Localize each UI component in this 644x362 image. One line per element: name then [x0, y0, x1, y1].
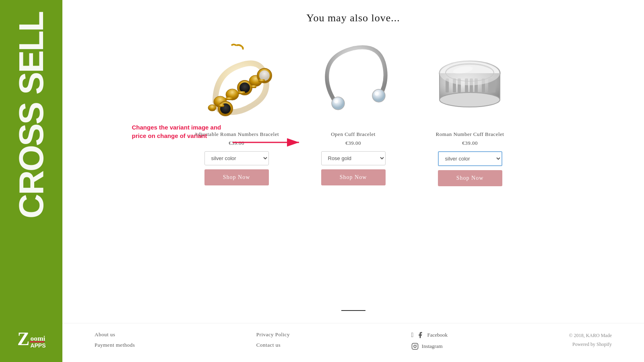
svg-point-27: [440, 93, 500, 107]
svg-point-23: [372, 89, 385, 102]
main-content: You may also love...: [62, 0, 644, 362]
product-variant-select-1[interactable]: silver color gold color rose gold: [204, 151, 269, 165]
svg-rect-6: [225, 97, 233, 100]
powered-text: Powered by Shopify: [569, 340, 612, 349]
roman-cuff-bracelet-image: [433, 40, 507, 121]
svg-point-40: [414, 345, 416, 348]
product-image-2: [313, 36, 394, 125]
instagram-svg-icon: [411, 343, 419, 350]
gold-chain-bracelet-image: [199, 41, 274, 120]
zoomt-logo-icon: Z oomi APPS: [15, 326, 47, 354]
svg-point-18: [208, 105, 216, 111]
annotation-text: Changes the variant image and price on c…: [132, 123, 225, 140]
product-card-1: Changes the variant image and price on c…: [188, 36, 285, 185]
footer-link-about[interactable]: About us: [95, 331, 135, 338]
svg-rect-39: [412, 343, 418, 350]
silver-cuff-bracelet-image: [317, 40, 390, 121]
svg-point-36: [440, 61, 500, 85]
footer-link-privacy[interactable]: Privacy Policy: [256, 331, 290, 338]
svg-text:Z: Z: [17, 329, 29, 349]
instagram-label: Instagram: [422, 343, 443, 350]
svg-rect-3: [29, 341, 44, 343]
product-image-3: [430, 36, 510, 125]
product-price-3: €39.00: [462, 140, 478, 146]
facebook-svg-icon: [417, 331, 424, 339]
page-section-title: You may also love...: [62, 0, 644, 32]
footer-col-3:  Facebook Instagram: [411, 331, 448, 350]
product-name-3: Roman Number Cuff Bracelet: [436, 131, 504, 138]
products-section: Changes the variant image and price on c…: [62, 32, 644, 310]
shop-now-button-1[interactable]: Shop Now: [204, 169, 269, 185]
footer-instagram-link[interactable]: Instagram: [411, 343, 448, 350]
footer-link-payment[interactable]: Payment methods: [95, 342, 135, 348]
footer-col-2: Privacy Policy Contact us: [256, 331, 290, 348]
svg-rect-11: [251, 85, 256, 88]
shop-now-button-3[interactable]: Shop Now: [438, 170, 502, 186]
product-card-2: Open Cuff Bracelet €39.00 Rose gold Silv…: [305, 36, 402, 185]
product-card-3: Roman Number Cuff Bracelet €39.00 silver…: [422, 36, 518, 186]
svg-rect-17: [219, 104, 224, 107]
product-image-1: [196, 36, 277, 125]
product-price-2: €39.00: [345, 140, 361, 146]
footer-copyright: © 2018, KARO Made Powered by Shopify: [569, 331, 612, 349]
svg-rect-14: [258, 79, 265, 82]
footer: About us Payment methods Privacy Policy …: [62, 323, 644, 362]
svg-rect-9: [238, 91, 245, 94]
copyright-text: © 2018, KARO Made: [569, 331, 612, 340]
svg-point-24: [375, 92, 379, 96]
footer-col-1: About us Payment methods: [95, 331, 135, 348]
sidebar-title: CROSS SELL: [14, 12, 48, 218]
svg-point-41: [416, 344, 417, 345]
svg-point-22: [334, 99, 338, 103]
footer-link-contact[interactable]: Contact us: [256, 342, 290, 348]
product-variant-select-2[interactable]: Rose gold Silver Gold: [321, 151, 386, 165]
sidebar: CROSS SELL Z oomi APPS: [0, 0, 62, 362]
product-name-2: Open Cuff Bracelet: [331, 131, 376, 138]
facebook-label: Facebook: [427, 332, 448, 338]
svg-text:APPS: APPS: [30, 342, 45, 349]
section-divider: [341, 310, 365, 311]
svg-text:oomi: oomi: [30, 334, 45, 342]
product-variant-select-3[interactable]: silver color gold color rose gold: [438, 151, 502, 166]
sidebar-logo: Z oomi APPS: [15, 326, 47, 354]
footer-facebook-link[interactable]:  Facebook: [411, 331, 448, 339]
facebook-icon: : [411, 331, 414, 339]
svg-point-21: [332, 97, 345, 110]
annotation-arrow: [229, 134, 309, 150]
shop-now-button-2[interactable]: Shop Now: [321, 169, 386, 185]
